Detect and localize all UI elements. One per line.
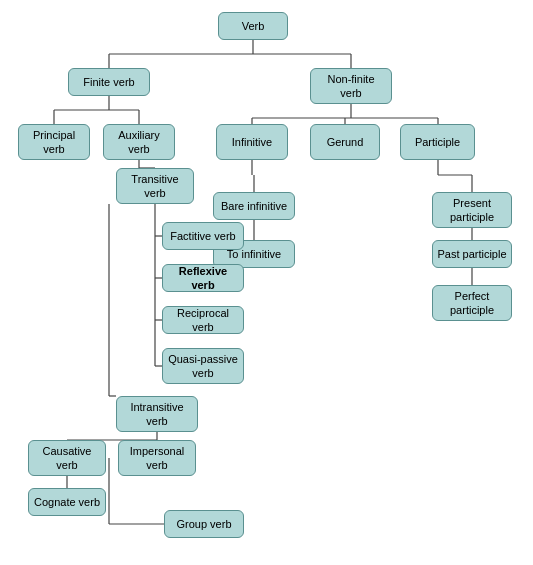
node-group: Group verb	[164, 510, 244, 538]
node-participle: Participle	[400, 124, 475, 160]
node-factitive: Factitive verb	[162, 222, 244, 250]
node-present_part: Present participle	[432, 192, 512, 228]
node-finite: Finite verb	[68, 68, 150, 96]
node-cognate: Cognate verb	[28, 488, 106, 516]
node-transitive: Transitive verb	[116, 168, 194, 204]
node-auxiliary: Auxiliary verb	[103, 124, 175, 160]
node-quasi: Quasi-passive verb	[162, 348, 244, 384]
node-perfect_part: Perfect participle	[432, 285, 512, 321]
node-past_part: Past participle	[432, 240, 512, 268]
node-impersonal: Impersonal verb	[118, 440, 196, 476]
node-intransitive: Intransitive verb	[116, 396, 198, 432]
node-reflexive: Reflexive verb	[162, 264, 244, 292]
node-nonfinite: Non-finite verb	[310, 68, 392, 104]
node-reciprocal: Reciprocal verb	[162, 306, 244, 334]
node-verb: Verb	[218, 12, 288, 40]
node-gerund: Gerund	[310, 124, 380, 160]
node-bare_inf: Bare infinitive	[213, 192, 295, 220]
node-infinitive: Infinitive	[216, 124, 288, 160]
node-principal: Principal verb	[18, 124, 90, 160]
node-causative: Causative verb	[28, 440, 106, 476]
